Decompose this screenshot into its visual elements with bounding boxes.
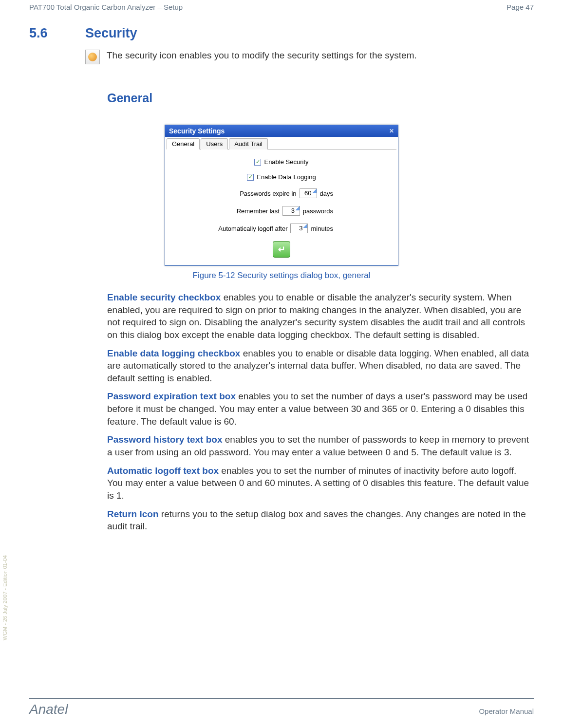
footer-brand: Anatel	[29, 702, 68, 717]
enable-security-checkbox[interactable]: ✓	[254, 159, 261, 166]
para-rest: returns you to the setup dialog box and …	[107, 509, 526, 532]
security-settings-dialog: Security Settings ✕ General Users Audit …	[165, 125, 398, 266]
para-lead: Enable security checkbox	[107, 292, 221, 302]
auto-logoff-label: Automatically logoff after	[218, 225, 287, 232]
enable-data-logging-checkbox[interactable]: ✓	[247, 174, 254, 181]
close-icon[interactable]: ✕	[389, 128, 394, 134]
para-password-expiration: Password expiration text box enables you…	[107, 390, 534, 428]
para-password-history: Password history text box enables you to…	[107, 433, 534, 458]
section-heading: 5.6 Security	[29, 26, 534, 41]
para-lead: Password history text box	[107, 434, 223, 445]
remember-last-input[interactable]: 3	[282, 206, 300, 216]
para-lead: Automatic logoff text box	[107, 466, 219, 476]
section-title: Security	[85, 26, 137, 41]
page-footer: Anatel Operator Manual	[29, 702, 534, 717]
footer-rule	[29, 698, 534, 699]
dialog-titlebar: Security Settings ✕	[165, 125, 398, 137]
remember-last-label: Remember last	[237, 207, 280, 215]
tab-general[interactable]: General	[167, 138, 200, 149]
security-icon	[85, 50, 100, 64]
auto-logoff-input[interactable]: 3	[290, 224, 308, 233]
subsection-title: General	[107, 91, 534, 105]
section-intro: The security icon enables you to modify …	[107, 50, 417, 62]
side-revision-text: WGM - 26 July 2007 - Edition 01-04	[2, 555, 8, 640]
page-header: PAT700 Total Organic Carbon Analyzer – S…	[29, 0, 534, 26]
figure-container: Security Settings ✕ General Users Audit …	[29, 125, 534, 280]
remember-last-unit: passwords	[303, 207, 333, 215]
figure-caption: Figure 5-12 Security settings dialog box…	[193, 271, 371, 280]
para-auto-logoff: Automatic logoff text box enables you to…	[107, 465, 534, 502]
header-title: PAT700 Total Organic Carbon Analyzer – S…	[29, 3, 183, 11]
section-number: 5.6	[29, 26, 85, 41]
para-return-icon: Return icon returns you to the setup dia…	[107, 508, 534, 533]
para-enable-security: Enable security checkbox enables you to …	[107, 291, 534, 341]
para-enable-logging: Enable data logging checkbox enables you…	[107, 347, 534, 385]
para-lead: Return icon	[107, 509, 159, 519]
tab-audit-trail[interactable]: Audit Trail	[229, 138, 268, 149]
tab-users[interactable]: Users	[201, 138, 228, 149]
enable-data-logging-label: Enable Data Logging	[257, 173, 316, 181]
return-arrow-icon: ↵	[278, 244, 285, 255]
password-expire-input[interactable]: 60	[300, 188, 317, 198]
para-lead: Password expiration text box	[107, 391, 236, 401]
auto-logoff-unit: minutes	[311, 225, 333, 232]
password-expire-label: Passwords expire in	[240, 190, 296, 197]
dialog-tabs: General Users Audit Trail	[167, 138, 396, 149]
enable-security-label: Enable Security	[264, 158, 308, 166]
return-button[interactable]: ↵	[273, 241, 290, 258]
para-lead: Enable data logging checkbox	[107, 348, 240, 358]
footer-doc-title: Operator Manual	[479, 707, 534, 715]
header-page-number: Page 47	[507, 3, 534, 11]
dialog-title: Security Settings	[169, 127, 225, 135]
password-expire-unit: days	[320, 190, 333, 197]
